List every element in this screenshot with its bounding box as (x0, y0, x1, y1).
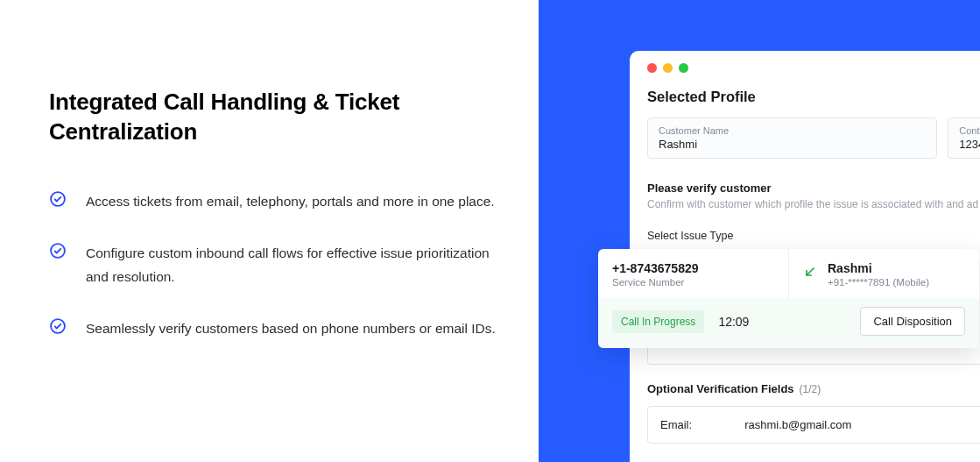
call-status-wrap: Call In Progress 12:09 (612, 310, 749, 333)
check-circle-icon (49, 190, 67, 208)
contact-phone: +91-*****7891 (Mobile) (828, 277, 929, 288)
check-circle-icon (49, 242, 67, 259)
field-value: 1234567891 (959, 138, 980, 151)
call-contact-section: Rashmi +91-*****7891 (Mobile) (789, 249, 979, 298)
marketing-panel: Integrated Call Handling & Ticket Centra… (0, 0, 539, 462)
field-value: Rashmi (659, 138, 926, 151)
feature-text: Configure custom inbound call flows for … (86, 241, 497, 288)
feature-list: Access tickets from email, telephony, po… (49, 189, 539, 341)
verify-customer-title: Please verify customer (630, 176, 980, 198)
feature-text: Access tickets from email, telephony, po… (86, 189, 495, 213)
service-number-label: Service Number (612, 277, 774, 288)
incoming-call-icon (803, 265, 817, 279)
call-contact-info: Rashmi +91-*****7891 (Mobile) (828, 261, 929, 288)
field-label: Customer Name (659, 125, 926, 136)
contact-name: Rashmi (828, 261, 929, 275)
optional-verification-title: Optional Verification Fields (647, 382, 794, 395)
optional-verification-count: (1/2) (800, 383, 821, 395)
call-disposition-button[interactable]: Call Disposition (860, 307, 965, 336)
profile-fields: Customer Name Rashmi Contact Number 1234… (630, 117, 980, 176)
call-service-section: +1-8743675829 Service Number (598, 249, 789, 298)
feature-item: Seamlessly verify customers based on pho… (49, 316, 539, 340)
feature-item: Configure custom inbound call flows for … (49, 241, 539, 288)
window-close-icon[interactable] (647, 63, 657, 73)
verify-customer-subtitle: Confirm with customer which profile the … (630, 198, 980, 224)
email-verification-field[interactable]: Email: rashmi.b@gmail.com (647, 406, 980, 444)
preview-panel: Selected Profile Customer Name Rashmi Co… (539, 0, 980, 462)
call-timer: 12:09 (718, 315, 749, 329)
email-label: Email: (660, 418, 692, 431)
check-circle-icon (49, 317, 67, 335)
call-card: +1-8743675829 Service Number Rashmi +91-… (598, 249, 979, 348)
service-number: +1-8743675829 (612, 261, 774, 275)
contact-number-field[interactable]: Contact Number 1234567891 (948, 117, 980, 159)
section-heading: Integrated Call Handling & Ticket Centra… (49, 88, 487, 147)
field-label: Contact Number (959, 125, 980, 136)
call-status-badge: Call In Progress (612, 310, 704, 333)
window-controls (630, 51, 980, 82)
optional-verification-header: Optional Verification Fields (1/2) (630, 365, 980, 404)
call-card-bottom: Call In Progress 12:09 Call Disposition (598, 298, 979, 348)
selected-profile-title: Selected Profile (630, 82, 980, 117)
customer-name-field[interactable]: Customer Name Rashmi (647, 117, 937, 159)
call-card-top: +1-8743675829 Service Number Rashmi +91-… (598, 249, 979, 298)
feature-text: Seamlessly verify customers based on pho… (86, 316, 496, 340)
select-issue-label: Select Issue Type (630, 224, 980, 251)
email-value: rashmi.b@gmail.com (744, 418, 851, 431)
feature-item: Access tickets from email, telephony, po… (49, 189, 539, 213)
window-maximize-icon[interactable] (679, 63, 688, 73)
window-minimize-icon[interactable] (663, 63, 673, 73)
